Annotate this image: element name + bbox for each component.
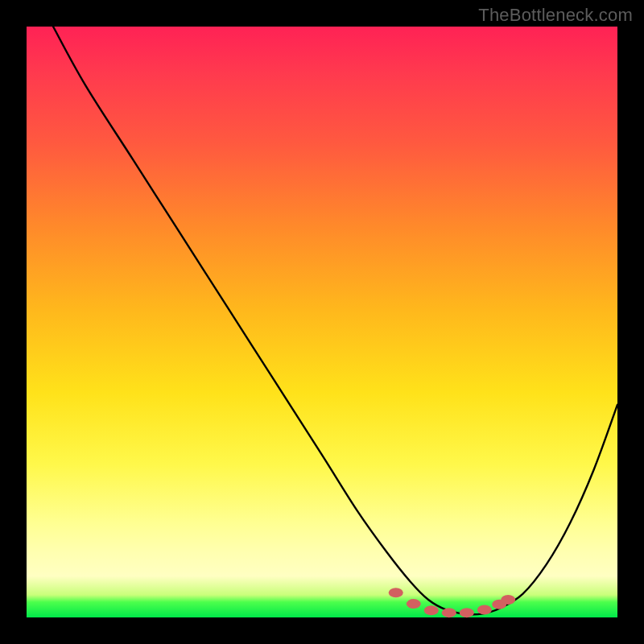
curve-marker xyxy=(407,599,421,609)
curve-marker xyxy=(389,588,403,597)
curve-marker xyxy=(477,605,492,614)
curve-marker xyxy=(501,595,515,605)
curve-line xyxy=(53,27,617,614)
curve-marker xyxy=(442,608,456,617)
chart-svg xyxy=(27,27,617,617)
curve-marker xyxy=(424,605,439,615)
highlight-markers xyxy=(389,588,515,617)
watermark-text: TheBottleneck.com xyxy=(478,5,633,26)
plot-area xyxy=(27,27,617,617)
curve-marker xyxy=(460,608,474,617)
chart-container: TheBottleneck.com xyxy=(0,0,644,644)
